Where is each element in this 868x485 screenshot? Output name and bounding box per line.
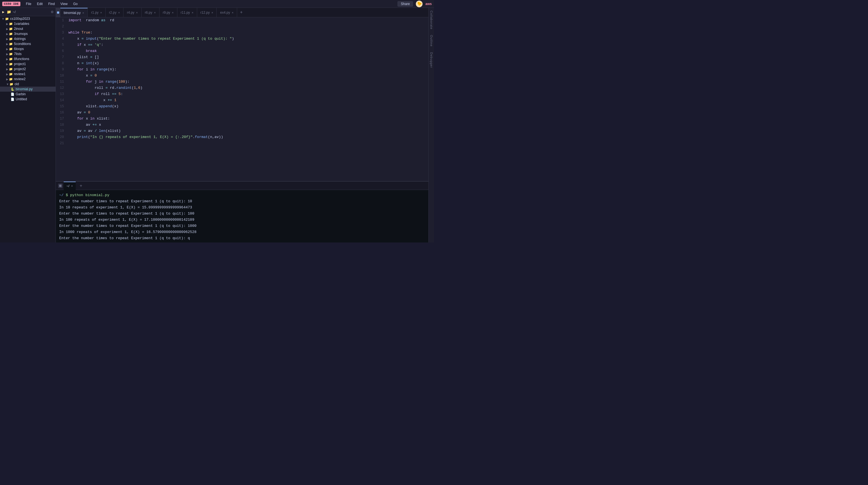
terminal-tab-add[interactable]: + [77, 182, 85, 190]
menu-file[interactable]: File [24, 1, 33, 6]
menu-edit[interactable]: Edit [35, 1, 45, 6]
tab-close-icon[interactable]: × [118, 11, 120, 14]
sidebar-item-garbin[interactable]: 📄 Garbin [0, 92, 56, 97]
code-line-20: 20 print("In {} repeats of experiment 1,… [56, 134, 428, 140]
sidebar-item-2inout[interactable]: ▶ 📁 2inout [0, 26, 56, 31]
sidebar-item-4strings[interactable]: ▶ 📁 4strings [0, 36, 56, 41]
terminal-tab-close[interactable]: × [71, 184, 73, 188]
sidebar-item-project2[interactable]: ▶ 📁 project2 [0, 66, 56, 71]
tab-indicator [56, 8, 60, 17]
terminal-line-5: Enter the number times to repeat Experim… [59, 223, 425, 229]
sidebar-item-8functions[interactable]: ▶ 📁 8functions [0, 56, 56, 61]
terminal-command: $ python binomial.py [66, 193, 109, 197]
sidebar-item-1variables[interactable]: ▶ 📁 1variables [0, 21, 56, 26]
tab-close-icon[interactable]: × [136, 11, 138, 14]
tab-ex4-py[interactable]: ex4.py × [217, 8, 237, 17]
code-line-15: 15 xlist.append(x) [56, 103, 428, 110]
tab-close-icon[interactable]: × [83, 11, 84, 14]
terminal-prompt-end: ~/ $ [59, 241, 425, 243]
terminal-tab-home[interactable]: ~/ × [64, 182, 76, 190]
tab-close-icon[interactable]: × [232, 11, 234, 14]
terminal-icon-inner [59, 185, 61, 187]
duck-icon: 🐤 [416, 1, 423, 7]
tab-label: binomial.py [64, 11, 81, 15]
sidebar-item-project1[interactable]: ▶ 📁 project1 [0, 61, 56, 66]
code-line-14: 14 x += 1 [56, 97, 428, 103]
sidebar-root-label: ~/ [13, 10, 16, 14]
folder-label: review1 [14, 72, 25, 76]
terminal-line-6: In 1000 repeats of experiment 1, E(X) = … [59, 229, 425, 235]
folder-icon: ▶ 📁 [2, 10, 11, 14]
tab-close-icon[interactable]: × [211, 11, 213, 14]
sidebar-item-6loops[interactable]: ▶ 📁 6loops [0, 47, 56, 52]
sidebar-item-cs100sp2023[interactable]: ▼ 📁 cs100sp2023 [0, 16, 56, 21]
tab-close-icon[interactable]: × [172, 11, 174, 14]
sidebar-item-7lists[interactable]: ▶ 📁 7lists [0, 52, 56, 56]
tab-r11-py[interactable]: r11.py × [177, 8, 197, 17]
aws-logo: aws [425, 2, 432, 6]
code-editor[interactable]: 1 import random as rd 2 3 while True: 4 … [56, 17, 428, 181]
sidebar-item-3numops[interactable]: ▶ 📁 3numops [0, 31, 56, 36]
code-line-17: 17 for x in xlist: [56, 116, 428, 122]
sidebar-item-review2[interactable]: ▶ 📁 review2 [0, 77, 56, 82]
folder-label: project2 [14, 67, 26, 71]
terminal-line-3: Enter the number times to repeat Experim… [59, 211, 425, 217]
tab-r4-py[interactable]: r4.py × [123, 8, 141, 17]
tab-r12-py[interactable]: r12.py × [197, 8, 217, 17]
tab-label: ex4.py [220, 10, 230, 14]
file-icon: 📄 [10, 97, 14, 101]
tab-label: r4.py [127, 10, 134, 14]
terminal-body[interactable]: ~/ $ python binomial.py Enter the number… [56, 190, 428, 243]
sidebar-item-binomial-py[interactable]: 🐍 binomial.py [0, 87, 56, 92]
tab-close-icon[interactable]: × [154, 11, 156, 14]
tab-close-icon[interactable]: × [100, 11, 102, 14]
menu-view[interactable]: View [58, 1, 70, 6]
code-line-7: 7 xlist = [] [56, 54, 428, 60]
right-tab-debugger[interactable]: Debugger [430, 52, 433, 68]
tab-r6-py[interactable]: r6.py × [142, 8, 159, 17]
right-tab-collaborate[interactable]: Collaborate [430, 10, 433, 29]
tab-r1-py[interactable]: r1.py × [88, 8, 105, 17]
menu-bar: CS50 IDE File Edit Find View Go Share 🐤 … [0, 0, 434, 8]
folder-icon: 📁 [9, 57, 13, 61]
code-line-5: 5 if x == 'q': [56, 42, 428, 48]
chevron-icon: ▼ [6, 83, 9, 86]
share-button[interactable]: Share [397, 1, 413, 7]
terminal-line-prompt: ~/ $ python binomial.py [59, 192, 425, 199]
tab-binomial-py[interactable]: binomial.py × [60, 8, 88, 17]
tab-label: r1.py [91, 10, 99, 14]
code-line-13: 13 if roll == 5: [56, 91, 428, 97]
tab-add-button[interactable]: + [237, 10, 246, 15]
folder-icon: 📁 [9, 27, 13, 31]
folder-label: 2inout [14, 27, 23, 31]
sidebar-item-review1[interactable]: ▶ 📁 review1 [0, 71, 56, 77]
terminal-line-4: In 100 repeats of experiment 1, E(X) = 1… [59, 217, 425, 223]
sidebar-item-5conditions[interactable]: ▶ 📁 5conditions [0, 41, 56, 47]
folder-icon: 📁 [9, 37, 13, 41]
chevron-icon: ▶ [6, 58, 8, 61]
sidebar-item-untitled[interactable]: 📄 Untitled [0, 97, 56, 102]
terminal-cwd-end: ~/ [59, 242, 64, 243]
terminal-add-icon: + [80, 183, 82, 188]
chevron-icon: ▶ [6, 32, 8, 35]
chevron-icon: ▶ [6, 78, 8, 81]
tab-label: r12.py [200, 10, 210, 14]
right-tab-outline[interactable]: Outline [430, 35, 433, 47]
folder-icon: 📁 [9, 42, 13, 46]
terminal-tab-label: ~/ [66, 184, 69, 188]
code-line-12: 12 roll = rd.randint(1,6) [56, 85, 428, 91]
tab-close-icon[interactable]: × [192, 11, 193, 14]
code-line-9: 9 for i in range(n): [56, 66, 428, 73]
terminal-prompt-symbol: $ [66, 242, 70, 243]
sidebar-item-old[interactable]: ▼ 📁 old [0, 82, 56, 87]
menu-find[interactable]: Find [46, 1, 57, 6]
sidebar: ▶ 📁 ~/ ⚙ ▼ 📁 cs100sp2023 ▶ 📁 1variables … [0, 8, 56, 243]
tab-r2-py[interactable]: r2.py × [105, 8, 123, 17]
tab-r9-py[interactable]: r9.py × [159, 8, 177, 17]
code-line-19: 19 av = av / len(xlist) [56, 128, 428, 134]
folder-label: old [14, 82, 19, 86]
menu-go[interactable]: Go [71, 1, 80, 6]
folder-icon: 📁 [9, 52, 13, 56]
code-line-11: 11 for j in range(100): [56, 79, 428, 85]
gear-icon[interactable]: ⚙ [51, 9, 53, 14]
